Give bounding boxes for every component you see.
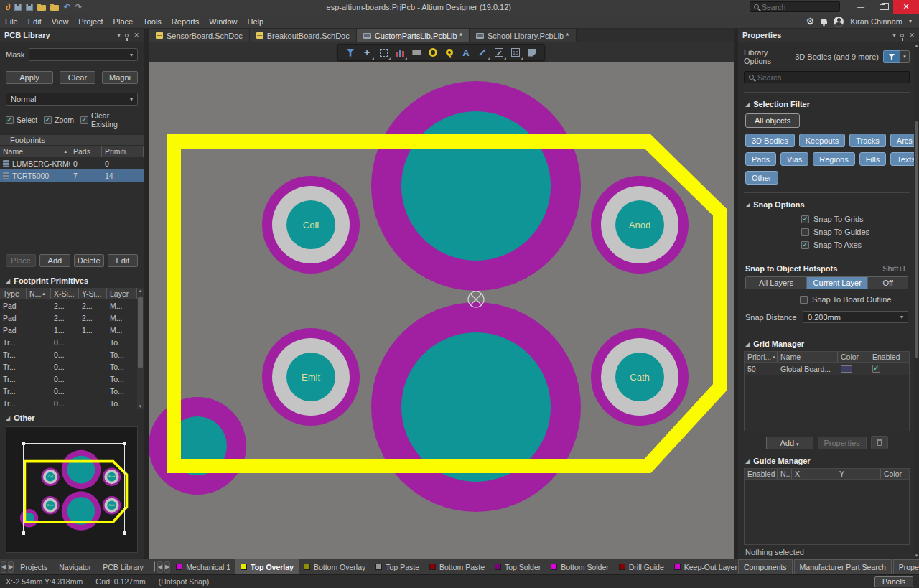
user-avatar[interactable] — [834, 17, 844, 27]
measure-tool-icon[interactable] — [493, 47, 505, 58]
panel-splitter-left[interactable] — [144, 29, 149, 559]
col-layer[interactable]: Layer — [107, 288, 137, 299]
primitive-row[interactable]: Tr...0...To... — [0, 385, 137, 397]
col-primitives[interactable]: Primiti... — [102, 146, 144, 157]
minimize-button[interactable]: — — [850, 0, 872, 14]
layer-tabs-left-arrow[interactable]: ◀ — [157, 561, 163, 573]
menu-tools[interactable]: Tools — [138, 14, 167, 28]
menu-place[interactable]: Place — [108, 14, 139, 28]
pin-icon[interactable] — [125, 34, 129, 37]
filter-3d-bodies[interactable]: 3D Bodies — [745, 134, 795, 147]
tab-clipped[interactable]: P — [149, 559, 152, 574]
primitive-row[interactable]: Tr...0...To... — [0, 373, 137, 385]
layer-tab-drill-guide[interactable]: Drill Guide — [614, 559, 669, 574]
col-name[interactable]: Name▴ — [0, 146, 70, 157]
layer-tab-top-overlay[interactable]: Top Overlay — [235, 559, 299, 574]
menu-edit[interactable]: Edit — [23, 14, 47, 28]
snap-to-axes-checkbox[interactable] — [801, 241, 809, 249]
layer-tab-bottom-overlay[interactable]: Bottom Overlay — [299, 559, 370, 574]
panel-tabs-right-arrow[interactable]: ▶ — [8, 561, 14, 573]
scroll-down-icon[interactable]: ▼ — [914, 554, 919, 558]
layer-tab-bottom-paste[interactable]: Bottom Paste — [424, 559, 490, 574]
col-priority[interactable]: Priori...▴ — [745, 352, 778, 362]
delete-footprint-button[interactable]: Delete — [74, 254, 104, 267]
tab-manufacturer-part-search[interactable]: Manufacturer Part Search — [794, 559, 892, 574]
menu-reports[interactable]: Reports — [167, 14, 205, 28]
user-menu-caret-icon[interactable]: ▾ — [909, 18, 912, 24]
open-folder-icon[interactable] — [37, 5, 46, 11]
place-button[interactable]: Place — [6, 254, 36, 267]
apply-button[interactable]: Apply — [6, 71, 53, 84]
properties-search-box[interactable] — [744, 71, 910, 83]
pad-tool-icon[interactable] — [427, 47, 439, 58]
close-panel-icon[interactable]: ✕ — [134, 32, 139, 39]
tab-properties[interactable]: Properties — [893, 559, 919, 574]
dimension-tool-icon[interactable]: 10 — [510, 47, 521, 58]
col-guide-enabled[interactable]: Enabled — [745, 469, 778, 479]
filter-split-button[interactable]: ▾ — [883, 50, 910, 63]
other-section[interactable]: ◢ Other — [0, 409, 144, 425]
tab-breakoutboard[interactable]: BreakoutBoard.SchDoc — [250, 29, 357, 42]
pcb-canvas[interactable]: Coll Anod Emit Cath — [149, 62, 734, 559]
col-pads[interactable]: Pads — [70, 146, 102, 157]
col-ysize[interactable]: Y-Si... — [79, 288, 107, 299]
menu-project[interactable]: Project — [73, 14, 108, 28]
layer-tab-top-solder[interactable]: Top Solder — [490, 559, 546, 574]
snap-distance-dropdown[interactable]: 0.203mm▾ — [803, 311, 908, 323]
restore-button[interactable] — [872, 0, 893, 14]
menu-view[interactable]: View — [47, 14, 74, 28]
primitive-row[interactable]: Tr...0...To... — [0, 360, 137, 373]
col-guide-color[interactable]: Color — [881, 469, 909, 479]
move-tool-icon[interactable]: + — [361, 47, 373, 58]
grid-properties-button[interactable]: Properties — [818, 437, 867, 449]
select-tool-icon[interactable] — [378, 47, 389, 58]
mask-dropdown[interactable]: ▾ — [29, 48, 138, 61]
col-guide-y[interactable]: Y — [836, 469, 881, 479]
selection-handle[interactable] — [123, 442, 126, 445]
menu-window[interactable]: Window — [204, 14, 242, 28]
col-n[interactable]: N...▴ — [27, 288, 51, 299]
menu-help[interactable]: Help — [242, 14, 269, 28]
col-guide-n[interactable]: N.. — [778, 469, 792, 479]
grid-row-global-board[interactable]: 50 Global Board... — [745, 363, 909, 375]
mode-dropdown[interactable]: Normal▾ — [6, 93, 138, 106]
layer-set-control[interactable]: LS — [154, 561, 155, 572]
layer-tab-top-paste[interactable]: Top Paste — [370, 559, 424, 574]
panel-menu-icon[interactable]: ▾ — [117, 32, 120, 39]
primitive-row[interactable]: Tr...0...To... — [0, 397, 137, 409]
filter-tracks[interactable]: Tracks — [849, 134, 886, 147]
primitive-row[interactable]: Pad1...1...M... — [0, 324, 137, 336]
filter-keepouts[interactable]: Keepouts — [799, 134, 845, 147]
layer-tab-bottom-solder[interactable]: Bottom Solder — [546, 559, 614, 574]
panel-menu-icon[interactable]: ▾ — [892, 32, 895, 39]
col-grid-name[interactable]: Name — [778, 352, 838, 362]
settings-gear-icon[interactable]: ⚙ — [806, 17, 815, 26]
pin-icon[interactable] — [900, 34, 904, 37]
redo-icon[interactable]: ↷ — [75, 3, 83, 11]
filter-other[interactable]: Other — [745, 171, 778, 185]
segment-off[interactable]: Off — [868, 277, 908, 289]
col-type[interactable]: Type — [0, 288, 27, 299]
text-tool-icon[interactable]: A — [460, 47, 472, 58]
grid-color-swatch[interactable] — [841, 365, 852, 373]
col-xsize[interactable]: X-Si... — [51, 288, 79, 299]
col-grid-color[interactable]: Color — [838, 352, 869, 362]
filter-regions[interactable]: Regions — [813, 152, 854, 166]
filter-tool-icon[interactable] — [345, 47, 356, 58]
zoom-checkbox[interactable] — [44, 116, 52, 124]
close-panel-icon[interactable]: ✕ — [909, 32, 915, 39]
filter-pads[interactable]: Pads — [745, 152, 776, 166]
fill-tool-icon[interactable] — [526, 47, 538, 58]
magnify-button[interactable]: Magni — [102, 71, 138, 84]
open-project-icon[interactable] — [50, 5, 59, 11]
snap-to-board-outline-checkbox[interactable] — [800, 296, 808, 304]
segment-current-layer[interactable]: Current Layer — [807, 277, 868, 289]
primitive-row[interactable]: Pad2...2...M... — [0, 312, 137, 324]
layer-tab-keep-out[interactable]: Keep-Out Layer — [669, 559, 738, 574]
panels-button[interactable]: Panels — [874, 576, 913, 587]
guide-manager-section[interactable]: ◢ Guide Manager — [744, 452, 910, 468]
close-button[interactable]: ✕ — [893, 0, 919, 14]
grid-manager-section[interactable]: ◢ Grid Manager — [744, 335, 910, 351]
global-search-input[interactable] — [762, 3, 826, 11]
undo-icon[interactable]: ↶ — [63, 3, 70, 11]
